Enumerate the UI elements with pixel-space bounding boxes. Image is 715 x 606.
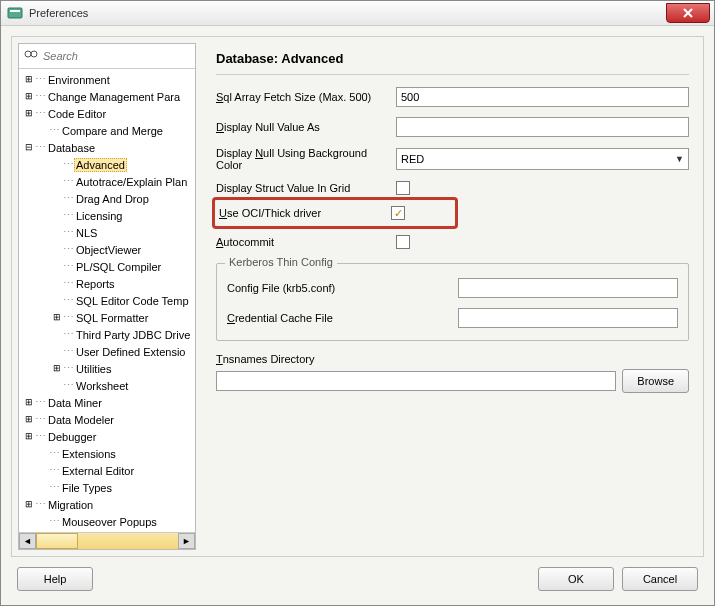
tree-item[interactable]: ⊞⋯ Debugger (19, 428, 195, 445)
tree-item[interactable]: ·⋯ Extensions (19, 445, 195, 462)
expand-icon[interactable]: ⊞ (23, 398, 35, 407)
tree-item[interactable]: ·⋯ SQL Editor Code Temp (19, 292, 195, 309)
close-button[interactable] (666, 3, 710, 23)
expand-icon[interactable]: ⊞ (51, 313, 63, 322)
tree-item[interactable]: ⊞⋯ Change Management Para (19, 88, 195, 105)
tree-connector: ⋯ (35, 498, 46, 511)
expand-icon[interactable]: ⊞ (23, 75, 35, 84)
tree-item-label: Database (46, 142, 97, 154)
kerberos-legend: Kerberos Thin Config (225, 256, 337, 268)
expand-icon[interactable]: ⊞ (51, 364, 63, 373)
tree-item-label: Reports (74, 278, 117, 290)
dialog-footer: Help OK Cancel (11, 557, 704, 595)
page-title: Database: Advanced (216, 47, 689, 75)
expand-icon[interactable]: ⊞ (23, 109, 35, 118)
tree-item-label: Utilities (74, 363, 113, 375)
oci-checkbox[interactable]: ✓ (391, 206, 405, 220)
scroll-thumb[interactable] (36, 533, 78, 549)
dialog-body: ⊞⋯ Environment⊞⋯ Change Management Para⊞… (1, 26, 714, 605)
tree-item-label: File Types (60, 482, 114, 494)
tree-connector: ⋯ (35, 141, 46, 154)
sql-fetch-input[interactable] (396, 87, 689, 107)
tree-item[interactable]: ⊞⋯ Environment (19, 71, 195, 88)
expand-icon[interactable]: ⊞ (23, 500, 35, 509)
config-file-row: Config File (krb5.conf) (227, 278, 678, 298)
tree-item-label: NLS (74, 227, 99, 239)
tree-item-label: Autotrace/Explain Plan (74, 176, 189, 188)
config-file-input[interactable] (458, 278, 678, 298)
tree-item[interactable]: ·⋯ ObjectViewer (19, 241, 195, 258)
tree-connector: ⋯ (35, 90, 46, 103)
tns-input[interactable] (216, 371, 616, 391)
tree-item[interactable]: ·⋯ File Types (19, 479, 195, 496)
chevron-down-icon: ▼ (675, 154, 684, 164)
collapse-icon[interactable]: ⊟ (23, 143, 35, 152)
tree-item[interactable]: ·⋯ Worksheet (19, 377, 195, 394)
tree-connector: ⋯ (49, 464, 60, 477)
tree-connector: ⋯ (63, 277, 74, 290)
tns-section: Tnsnames Directory Browse (216, 353, 689, 393)
tree-item[interactable]: ⊞⋯ Data Miner (19, 394, 195, 411)
tree-item[interactable]: ·⋯ Reports (19, 275, 195, 292)
tree-item[interactable]: ·⋯ Third Party JDBC Drive (19, 326, 195, 343)
autocommit-row: Autocommit (216, 235, 689, 249)
struct-checkbox[interactable] (396, 181, 410, 195)
browse-button[interactable]: Browse (622, 369, 689, 393)
tree-item[interactable]: ·⋯ Mouseover Popups (19, 513, 195, 530)
tree-connector: ⋯ (63, 294, 74, 307)
scroll-left-arrow[interactable]: ◄ (19, 533, 36, 549)
ok-button[interactable]: OK (538, 567, 614, 591)
help-button[interactable]: Help (17, 567, 93, 591)
autocommit-checkbox[interactable] (396, 235, 410, 249)
tree-item-label: Licensing (74, 210, 124, 222)
tree-connector: ⋯ (63, 260, 74, 273)
cancel-button[interactable]: Cancel (622, 567, 698, 591)
tree-connector: ⋯ (35, 430, 46, 443)
tree-item-label: Third Party JDBC Drive (74, 329, 192, 341)
tree-item[interactable]: ⊟⋯ Database (19, 139, 195, 156)
tree-item[interactable]: ⊞⋯ SQL Formatter (19, 309, 195, 326)
tree-item[interactable]: ·⋯ Drag And Drop (19, 190, 195, 207)
tns-label: Tnsnames Directory (216, 353, 396, 365)
null-bg-combo[interactable]: RED ▼ (396, 148, 689, 170)
tree-item[interactable]: ·⋯ Autotrace/Explain Plan (19, 173, 195, 190)
expand-icon[interactable]: ⊞ (23, 415, 35, 424)
tree-connector: ⋯ (63, 345, 74, 358)
tree-item[interactable]: ⊞⋯ Code Editor (19, 105, 195, 122)
tree-item[interactable]: ·⋯ Advanced (19, 156, 195, 173)
tree-item[interactable]: ⊞⋯ Utilities (19, 360, 195, 377)
tree-item[interactable]: ·⋯ PL/SQL Compiler (19, 258, 195, 275)
expand-icon[interactable]: ⊞ (23, 92, 35, 101)
content-panel: Database: Advanced Sql Array Fetch Size … (204, 43, 697, 550)
tree-connector: ⋯ (63, 311, 74, 324)
tns-browse-row: Browse (216, 369, 689, 393)
tree-connector: ⋯ (49, 124, 60, 137)
expand-icon[interactable]: ⊞ (23, 432, 35, 441)
tree-item-label: SQL Formatter (74, 312, 150, 324)
tree-item[interactable]: ⊞⋯ Migration (19, 496, 195, 513)
tree-item[interactable]: ·⋯ External Editor (19, 462, 195, 479)
tree-item-label: PL/SQL Compiler (74, 261, 163, 273)
tree-item[interactable]: ·⋯ Licensing (19, 207, 195, 224)
horizontal-scrollbar[interactable]: ◄ ► (19, 532, 195, 549)
category-tree[interactable]: ⊞⋯ Environment⊞⋯ Change Management Para⊞… (19, 69, 195, 532)
scroll-track[interactable] (36, 533, 178, 549)
cred-file-input[interactable] (458, 308, 678, 328)
tree-item-label: Debugger (46, 431, 98, 443)
tree-item[interactable]: ⊞⋯ Data Modeler (19, 411, 195, 428)
tree-item[interactable]: ·⋯ User Defined Extensio (19, 343, 195, 360)
tree-item[interactable]: ·⋯ NLS (19, 224, 195, 241)
tree-item-label: Code Editor (46, 108, 108, 120)
tree-item-label: Advanced (74, 158, 127, 172)
search-row (19, 44, 195, 69)
tree-connector: ⋯ (63, 226, 74, 239)
tree-item[interactable]: ·⋯ Compare and Merge (19, 122, 195, 139)
svg-point-3 (31, 51, 37, 57)
tree-connector: ⋯ (63, 328, 74, 341)
scroll-right-arrow[interactable]: ► (178, 533, 195, 549)
oci-label: Use OCI/Thick driver (219, 207, 391, 219)
sql-fetch-label: Sql Array Fetch Size (Max. 500) (216, 91, 396, 103)
search-input[interactable] (43, 50, 191, 62)
null-value-input[interactable] (396, 117, 689, 137)
tree-connector: ⋯ (35, 73, 46, 86)
